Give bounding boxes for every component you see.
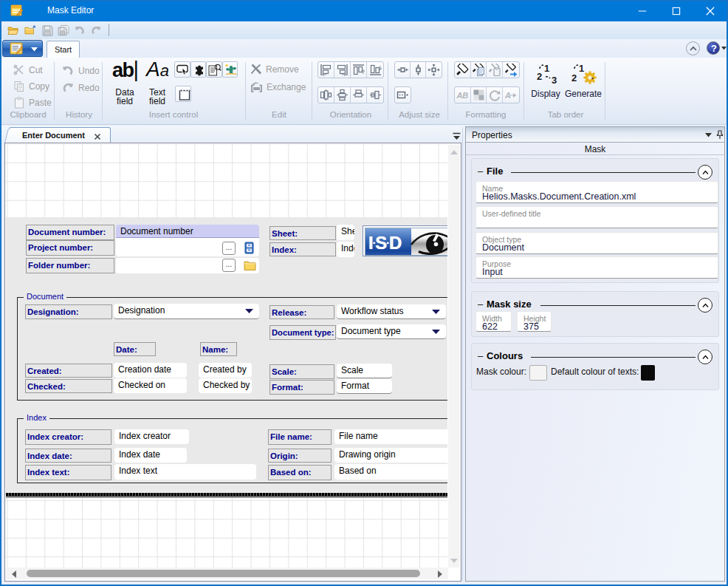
svg-text:1: 1 [544, 63, 549, 74]
svg-text:2: 2 [537, 71, 542, 82]
svg-text:3: 3 [552, 75, 557, 86]
svg-text:1: 1 [579, 63, 584, 74]
svg-text:2: 2 [571, 72, 577, 84]
